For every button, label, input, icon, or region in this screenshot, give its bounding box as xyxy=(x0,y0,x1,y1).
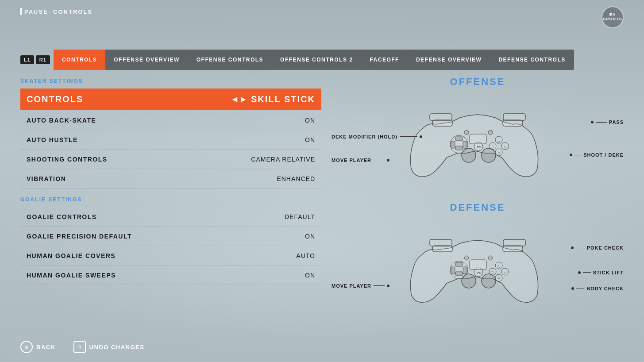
svg-text:PS: PS xyxy=(477,145,482,149)
tab-controls[interactable]: CONTROLS xyxy=(54,50,105,70)
setting-row-auto-back-skate[interactable]: AUTO BACK-SKATE ON xyxy=(20,111,321,130)
setting-name: HUMAN GOALIE SWEEPS xyxy=(27,272,305,279)
setting-row-shooting-controls[interactable]: SHOOTING CONTROLS CAMERA RELATIVE xyxy=(20,150,321,169)
tab-faceoff[interactable]: FACEOFF xyxy=(361,50,408,70)
pass-dot xyxy=(591,121,594,123)
arrow-right-icon[interactable]: ▶ xyxy=(241,96,246,103)
svg-rect-29 xyxy=(455,262,463,266)
body-check-dot xyxy=(571,287,574,290)
deke-modifier-dot xyxy=(420,135,422,138)
setting-value: ENHANCED xyxy=(277,175,315,182)
pause-bar xyxy=(20,8,22,15)
defense-diagram: MOVE PLAYER xyxy=(332,217,624,319)
setting-value: ON xyxy=(305,136,315,143)
setting-value: ON xyxy=(305,233,315,240)
svg-point-23 xyxy=(488,130,493,135)
svg-rect-6 xyxy=(455,146,463,150)
ea-logo: EA SPORTS xyxy=(602,6,624,28)
svg-point-22 xyxy=(464,130,469,135)
bottom-bar: ⊙ BACK ⊡ UNDO CHANGES xyxy=(20,341,144,353)
svg-text:△: △ xyxy=(497,264,500,269)
defense-title: DEFENSE xyxy=(332,202,624,213)
skater-settings-label: SKATER SETTINGS xyxy=(20,78,321,84)
svg-text:○: ○ xyxy=(504,270,506,275)
back-button-icon[interactable]: ⊙ xyxy=(20,341,33,353)
undo-button-icon[interactable]: ⊡ xyxy=(73,341,86,353)
defense-controller-section: DEFENSE MOVE PLAYER xyxy=(332,202,624,319)
svg-rect-26 xyxy=(430,239,452,246)
tab-offense-overview[interactable]: OFFENSE OVERVIEW xyxy=(105,50,188,70)
stick-lift-dot xyxy=(578,271,581,274)
shoot-deke-dot xyxy=(570,154,572,156)
controls-row-value: SKILL STICK xyxy=(251,94,315,104)
tab-defense-overview[interactable]: DEFENSE OVERVIEW xyxy=(408,50,490,70)
svg-rect-8 xyxy=(463,141,467,148)
shoot-deke-label: SHOOT / DEKE xyxy=(570,152,624,158)
controls-row[interactable]: CONTROLS ◀ ▶ SKILL STICK xyxy=(20,89,321,110)
back-label: BACK xyxy=(36,344,56,350)
setting-value: AUTO xyxy=(296,252,315,259)
move-player-offense-dot xyxy=(387,159,389,162)
svg-rect-5 xyxy=(455,137,463,141)
ea-sports-logo-text: EA SPORTS xyxy=(603,13,622,22)
undo-changes-action[interactable]: ⊡ UNDO CHANGES xyxy=(73,341,145,353)
tabs-container: L1 R1 CONTROLS OFFENSE OVERVIEW OFFENSE … xyxy=(20,50,624,70)
setting-row-human-goalie-sweeps[interactable]: HUMAN GOALIE SWEEPS ON xyxy=(20,266,321,285)
svg-text:○: ○ xyxy=(504,145,506,149)
goalie-settings-label: GOALIE SETTINGS xyxy=(20,196,321,203)
lb-button[interactable]: L1 xyxy=(20,55,34,64)
svg-rect-24 xyxy=(432,246,452,252)
setting-name: AUTO BACK-SKATE xyxy=(27,117,305,124)
svg-rect-25 xyxy=(503,246,523,252)
rb-button[interactable]: R1 xyxy=(36,55,50,64)
svg-text:△: △ xyxy=(497,139,500,143)
setting-name: AUTO HUSTLE xyxy=(27,136,305,143)
tab-offense-controls[interactable]: OFFENSE CONTROLS xyxy=(188,50,272,70)
setting-name: GOALIE PRECISION DEFAULT xyxy=(27,233,305,240)
controls-row-name: CONTROLS xyxy=(27,94,232,104)
svg-point-17 xyxy=(462,148,476,162)
svg-rect-0 xyxy=(432,120,452,126)
svg-rect-31 xyxy=(451,267,455,274)
pass-label: PASS xyxy=(591,119,624,125)
svg-rect-27 xyxy=(503,239,525,246)
setting-row-vibration[interactable]: VIBRATION ENHANCED xyxy=(20,169,321,189)
setting-row-goalie-controls[interactable]: GOALIE CONTROLS DEFAULT xyxy=(20,207,321,227)
svg-point-42 xyxy=(482,274,496,288)
defense-controller-svg: × △ □ ○ PS xyxy=(393,223,562,312)
setting-row-goalie-precision[interactable]: GOALIE PRECISION DEFAULT ON xyxy=(20,227,321,246)
pause-text: PAUSE CONTROLS xyxy=(24,8,93,15)
svg-text:×: × xyxy=(498,150,500,155)
setting-name: VIBRATION xyxy=(27,175,277,182)
controllers-panel: OFFENSE DEKE MODIFIER (HOLD) MOVE PLAYER xyxy=(332,76,624,327)
tab-offense-controls-2[interactable]: OFFENSE CONTROLS 2 xyxy=(272,50,361,70)
undo-label: UNDO CHANGES xyxy=(89,344,145,350)
setting-name: GOALIE CONTROLS xyxy=(27,213,285,220)
svg-rect-30 xyxy=(455,272,463,276)
offense-title: OFFENSE xyxy=(332,76,624,88)
offense-controller-svg: × △ □ ○ PS xyxy=(393,98,562,186)
setting-name: HUMAN GOALIE COVERS xyxy=(27,252,296,259)
settings-panel: SKATER SETTINGS CONTROLS ◀ ▶ SKILL STICK… xyxy=(20,78,321,285)
offense-controller-section: OFFENSE DEKE MODIFIER (HOLD) MOVE PLAYER xyxy=(332,76,624,193)
arrow-left-icon[interactable]: ◀ xyxy=(232,96,237,103)
arrow-controls[interactable]: ◀ ▶ xyxy=(232,96,246,103)
svg-text:×: × xyxy=(498,276,500,281)
svg-rect-21 xyxy=(470,134,486,144)
svg-point-18 xyxy=(482,148,496,162)
stick-lift-label: STICK LIFT xyxy=(578,270,624,275)
svg-rect-7 xyxy=(451,141,455,148)
poke-check-dot xyxy=(571,246,574,249)
setting-value: ON xyxy=(305,117,315,124)
back-action[interactable]: ⊙ BACK xyxy=(20,341,56,353)
pause-header: PAUSE CONTROLS xyxy=(20,8,93,15)
svg-rect-1 xyxy=(503,120,523,126)
svg-rect-32 xyxy=(463,267,467,274)
setting-row-human-goalie-covers[interactable]: HUMAN GOALIE COVERS AUTO xyxy=(20,246,321,266)
body-check-label: BODY CHECK xyxy=(571,286,624,291)
setting-value: DEFAULT xyxy=(285,213,315,220)
setting-row-auto-hustle[interactable]: AUTO HUSTLE ON xyxy=(20,130,321,150)
tab-defense-controls[interactable]: DEFENSE CONTROLS xyxy=(490,50,574,70)
setting-value: ON xyxy=(305,272,315,279)
move-player-offense-label: MOVE PLAYER xyxy=(332,158,389,163)
